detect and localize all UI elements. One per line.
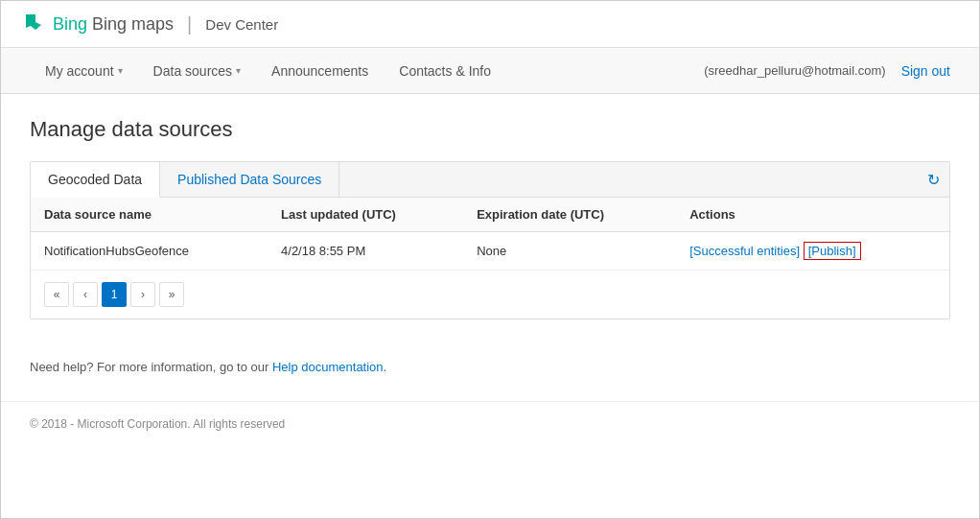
user-email: (sreedhar_pelluru@hotmail.com) [704, 63, 886, 78]
tab-geocoded-data[interactable]: Geocoded Data [31, 162, 160, 198]
footer: © 2018 - Microsoft Corporation. All righ… [1, 401, 979, 446]
help-text: Need help? For more information, go to o… [30, 360, 268, 374]
brand-name: Bing Bing maps [53, 14, 174, 35]
cell-actions: [Successful entities] [Publish] [676, 232, 949, 271]
logo-area: Bing Bing maps | Dev Center [20, 11, 278, 37]
my-account-arrow-icon: ▾ [118, 65, 123, 76]
nav-right: (sreedhar_pelluru@hotmail.com) Sign out [704, 63, 950, 79]
tabs-container: Geocoded Data Published Data Sources ↻ D… [30, 161, 950, 319]
pagination-current[interactable]: 1 [102, 282, 127, 307]
nav-my-account[interactable]: My account ▾ [30, 50, 138, 92]
nav-data-sources[interactable]: Data sources ▾ [138, 50, 256, 92]
main-content: Manage data sources Geocoded Data Publis… [1, 94, 979, 342]
nav-announcements[interactable]: Announcements [256, 50, 384, 92]
successful-entities-link[interactable]: [Successful entities] [689, 244, 800, 258]
publish-button[interactable]: [Publish] [804, 242, 861, 260]
page-title: Manage data sources [30, 117, 950, 142]
nav-items: My account ▾ Data sources ▾ Announcement… [30, 50, 704, 92]
data-sources-arrow-icon: ▾ [236, 65, 241, 76]
footer-text: © 2018 - Microsoft Corporation. All righ… [30, 417, 285, 431]
pagination-last[interactable]: » [159, 282, 184, 307]
col-header-expiration: Expiration date (UTC) [463, 198, 676, 232]
logo-divider: | [187, 13, 192, 35]
help-documentation-link[interactable]: Help documentation. [272, 360, 386, 374]
col-header-name: Data source name [31, 198, 268, 232]
cell-last-updated: 4/2/18 8:55 PM [268, 232, 463, 271]
data-table: Data source name Last updated (UTC) Expi… [31, 198, 949, 270]
col-header-last-updated: Last updated (UTC) [268, 198, 463, 232]
cell-name: NotificationHubsGeofence [31, 232, 268, 271]
dev-center-label: Dev Center [205, 16, 278, 33]
table-header: Data source name Last updated (UTC) Expi… [31, 198, 949, 232]
cell-expiration: None [463, 232, 676, 271]
tab-published-data-sources[interactable]: Published Data Sources [160, 162, 339, 197]
col-header-actions: Actions [676, 198, 949, 232]
nav-bar: My account ▾ Data sources ▾ Announcement… [1, 48, 979, 94]
nav-contacts-info[interactable]: Contacts & Info [384, 50, 506, 92]
pagination-first[interactable]: « [44, 282, 69, 307]
tabs-header: Geocoded Data Published Data Sources ↻ [31, 162, 949, 198]
top-bar: Bing Bing maps | Dev Center [1, 1, 979, 48]
help-section: Need help? For more information, go to o… [1, 342, 979, 391]
table-row: NotificationHubsGeofence 4/2/18 8:55 PM … [31, 232, 949, 271]
refresh-icon[interactable]: ↻ [927, 171, 940, 189]
sign-out-button[interactable]: Sign out [901, 63, 950, 79]
pagination-next[interactable]: › [130, 282, 155, 307]
pagination-prev[interactable]: ‹ [73, 282, 98, 307]
pagination: « ‹ 1 › » [31, 270, 949, 318]
bing-logo-icon [20, 11, 47, 37]
table-body: NotificationHubsGeofence 4/2/18 8:55 PM … [31, 232, 949, 271]
